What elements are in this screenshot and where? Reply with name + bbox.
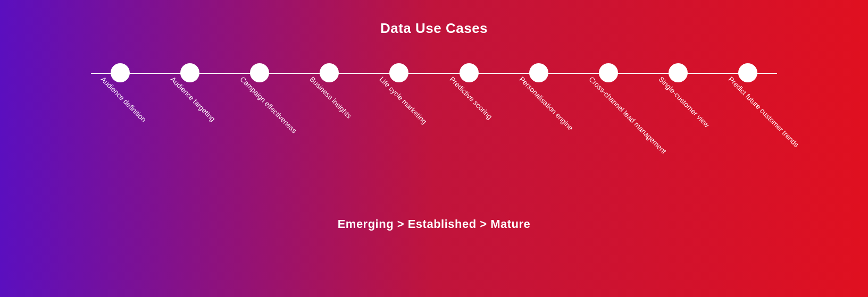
timeline-dot-1 — [111, 63, 130, 82]
timeline-node-10: Predict future customer trends — [719, 63, 777, 99]
timeline-node-9: Single-customer view — [649, 63, 707, 99]
dots-row: Audience definitionAudience targetingCam… — [91, 63, 777, 99]
timeline-dot-2 — [180, 63, 199, 82]
timeline-dot-6 — [460, 63, 479, 82]
timeline-node-5: Life cycle marketing — [370, 63, 428, 99]
timeline-dot-4 — [320, 63, 339, 82]
timeline-node-8: Cross-channel lead management — [579, 63, 638, 99]
timeline: Audience definitionAudience targetingCam… — [75, 63, 793, 201]
page-title: Data Use Cases — [380, 20, 488, 37]
footer-legend: Emerging > Established > Mature — [338, 217, 531, 231]
timeline-node-3: Campaign effectiveness — [230, 63, 289, 99]
timeline-node-6: Predictive scoring — [440, 63, 498, 99]
timeline-dot-5 — [389, 63, 408, 82]
timeline-dot-9 — [669, 63, 688, 82]
timeline-node-4: Business insights — [300, 63, 358, 99]
timeline-dot-7 — [529, 63, 548, 82]
timeline-node-7: Personalisation engine — [510, 63, 568, 99]
timeline-node-2: Audience targeting — [161, 63, 219, 99]
timeline-dot-10 — [738, 63, 757, 82]
timeline-dot-8 — [599, 63, 618, 82]
timeline-node-1: Audience definition — [91, 63, 149, 99]
main-container: Data Use Cases Audience definitionAudien… — [0, 0, 868, 297]
timeline-dot-3 — [250, 63, 269, 82]
